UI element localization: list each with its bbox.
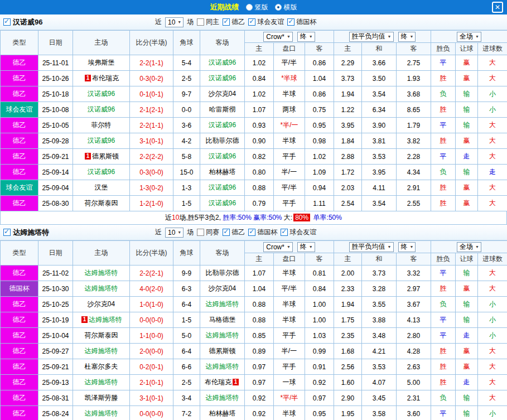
- team-checkbox-wrap[interactable]: 达姆施塔特: [3, 228, 155, 238]
- result-outcome-cell: 平: [431, 406, 456, 420]
- match-type-cell: 德乙: [1, 344, 38, 359]
- odds-home-cell: 0.88: [245, 312, 274, 328]
- scope-select[interactable]: 全场 ▼: [457, 242, 481, 252]
- odds-group-header: Crow* ▼ 终 ▼: [245, 241, 334, 253]
- bookmaker-select[interactable]: Crow* ▼: [263, 32, 293, 42]
- match-type-cell: 德乙: [1, 196, 38, 211]
- match-date: 25-09-13: [38, 375, 73, 390]
- home-team-cell: 汉诺威96: [73, 165, 130, 180]
- match-date: 25-09-14: [38, 165, 73, 180]
- filter-checkbox[interactable]: 球会友谊: [281, 228, 316, 237]
- col-type: 类型: [1, 241, 38, 265]
- scope-select-value: 全场: [460, 32, 473, 41]
- corners-cell: 4-2: [173, 133, 200, 149]
- match-type-cell: 球会友谊: [1, 180, 38, 196]
- team-label: 布伦瑞克: [205, 378, 231, 386]
- avg-away-cell: 3.82: [397, 133, 431, 149]
- team-label: 菲尔特: [91, 121, 112, 129]
- result-goals-cell: 大: [478, 375, 507, 390]
- filter-checkbox[interactable]: 德乙: [223, 228, 245, 237]
- filter-checkbox[interactable]: 德国杯: [287, 17, 316, 27]
- filter-controls: 近 10 ▼ 场 同主德乙球会友谊德国杯: [155, 17, 316, 27]
- team-label: 汉诺威96: [209, 121, 236, 129]
- result-outcome-cell: 胜: [431, 196, 456, 211]
- odds-final-value: 终: [300, 32, 307, 41]
- col-date: 日期: [38, 31, 73, 55]
- table-row: 德乙 25-09-21 杜塞尔多夫 0-2(0-1) 6-6 达姆施塔特 0.9…: [1, 359, 507, 375]
- table-row: 德乙 25-10-04 荷尔斯泰因 1-1(0-0) 5-0 达姆施塔特 0.8…: [1, 328, 507, 344]
- team-checkbox-wrap[interactable]: 汉诺威96: [3, 17, 155, 27]
- col-odds-handicap: 盘口: [274, 253, 305, 265]
- corners-cell: 5-8: [173, 149, 200, 165]
- away-team-cell: 哈雷斯彻: [200, 102, 245, 118]
- result-outcome-cell: 胜: [431, 344, 456, 359]
- odds-home-cell: 0.92: [245, 406, 274, 420]
- avg-select[interactable]: 胜平负均值 ▼: [349, 32, 394, 42]
- avg-final-select[interactable]: 终 ▼: [398, 242, 416, 252]
- match-count-select[interactable]: 10 ▼: [165, 17, 184, 27]
- result-handicap-cell: 输: [456, 86, 478, 102]
- filter-checkbox[interactable]: 同主: [197, 17, 219, 27]
- close-icon[interactable]: ✕: [492, 2, 503, 13]
- summary-segment: 胜率:50%: [223, 214, 251, 221]
- score-cell: 3-1(0-1): [130, 390, 173, 406]
- filter-checkbox[interactable]: 德国杯: [248, 228, 277, 237]
- match-type-cell: 德乙: [1, 71, 38, 86]
- col-res-outcome: 胜负: [431, 253, 456, 265]
- avg-away-cell: 4.13: [397, 312, 431, 328]
- odds-handicap-cell: 平手: [274, 328, 305, 344]
- result-goals-cell: 小: [478, 312, 507, 328]
- odds-home-cell: 0.89: [245, 344, 274, 359]
- result-handicap-cell: 输: [456, 297, 478, 312]
- odds-away-cell: 0.99: [305, 344, 334, 359]
- home-team-cell: 达姆施塔特: [73, 344, 130, 359]
- col-avg-draw: 和: [362, 253, 397, 265]
- chevron-down-icon: ▼: [475, 35, 479, 38]
- home-team-cell: 杜塞尔多夫: [73, 359, 130, 375]
- team-label: 沙尔克04: [88, 300, 115, 308]
- avg-select[interactable]: 胜平负均值 ▼: [349, 242, 394, 252]
- avg-draw-cell: 3.53: [362, 359, 397, 375]
- avg-final-select[interactable]: 终 ▼: [398, 32, 416, 42]
- result-outcome-cell: 平: [431, 55, 456, 71]
- bookmaker-value: Crow*: [266, 33, 284, 41]
- col-res-handicap: 让球: [456, 253, 478, 265]
- result-goals-cell: 小: [478, 102, 507, 118]
- odds-final-select[interactable]: 终 ▼: [297, 32, 315, 42]
- filter-checkbox[interactable]: 球会友谊: [248, 17, 284, 27]
- odds-home-cell: 0.92: [245, 390, 274, 406]
- filter-checkbox[interactable]: 德乙: [223, 17, 245, 27]
- radio-horizontal[interactable]: 横版: [275, 3, 297, 12]
- odds-final-select[interactable]: 终 ▼: [297, 242, 315, 252]
- result-outcome-cell: 胜: [431, 281, 456, 297]
- recent-results-panel: 近期战绩 竖版 横版 ✕ 汉诺威96 近 10 ▼ 场 同主德乙球会友谊德: [0, 0, 507, 420]
- team-label: 杜塞尔多夫: [85, 363, 118, 370]
- home-team-cell: 汉诺威96: [73, 102, 130, 118]
- radio-vertical[interactable]: 竖版: [246, 3, 268, 12]
- away-team-cell: 达姆施塔特: [200, 390, 245, 406]
- avg-away-cell: 1.79: [397, 118, 431, 133]
- avg-draw-cell: 3.95: [362, 165, 397, 180]
- filter-checkbox[interactable]: 同赛: [197, 228, 219, 237]
- odds-handicap-cell: 半球: [274, 86, 305, 102]
- match-count-select[interactable]: 10 ▼: [165, 228, 184, 238]
- away-team-cell: 柏林赫塔: [200, 406, 245, 420]
- odds-away-cell: 0.81: [305, 265, 334, 281]
- home-team-cell: 凯泽斯劳滕: [73, 390, 130, 406]
- bookmaker-select[interactable]: Crow* ▼: [263, 242, 293, 252]
- odds-home-cell: 1.07: [245, 265, 274, 281]
- away-team-cell: 汉诺威96: [200, 196, 245, 211]
- result-handicap-cell: 走: [456, 375, 478, 390]
- result-outcome-cell: 胜: [431, 375, 456, 390]
- matches-table: 类型 日期 主场 比分(半场) 角球 客场 Crow* ▼ 终: [0, 240, 507, 420]
- result-outcome-cell: 胜: [431, 359, 456, 375]
- corners-cell: 9-7: [173, 86, 200, 102]
- odds-home-cell: 0.84: [245, 71, 274, 86]
- table-row: 德乙 25-09-21 1德累斯顿 2-2(2-2) 5-8 汉诺威96 0.8…: [1, 149, 507, 165]
- filter-controls: 近 10 ▼ 场 同赛德乙德国杯球会友谊: [155, 228, 316, 238]
- col-home: 主场: [73, 31, 130, 55]
- odds-handicap-cell: 平手: [274, 196, 305, 211]
- scope-select[interactable]: 全场 ▼: [457, 32, 481, 42]
- match-date: 25-09-21: [38, 359, 73, 375]
- table-row: 球会友谊 25-10-08 汉诺威96 2-1(2-1) 0-0 哈雷斯彻 1.…: [1, 102, 507, 118]
